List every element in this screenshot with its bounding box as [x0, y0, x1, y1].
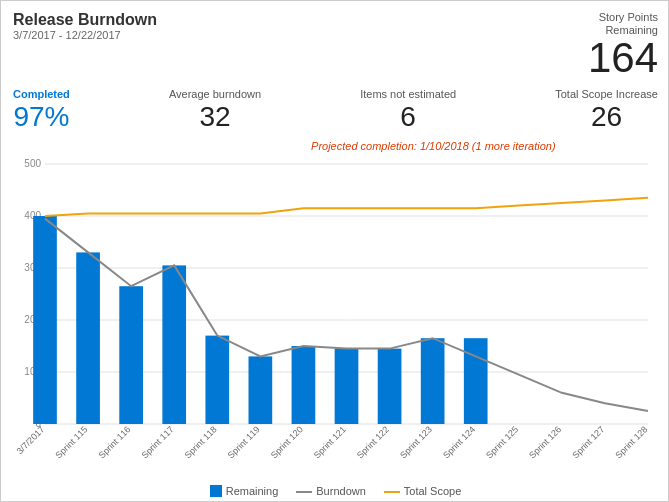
legend-burndown: Burndown [296, 485, 366, 497]
stat-total-scope: Total Scope Increase 26 [555, 87, 658, 132]
legend-burndown-label: Burndown [316, 485, 366, 497]
stats-row: Completed 97% Average burndown 32 Items … [13, 83, 658, 136]
burndown-chart [13, 154, 658, 479]
legend-remaining-label: Remaining [226, 485, 279, 497]
legend-total-scope-icon [384, 491, 400, 493]
top-header: Release Burndown 3/7/2017 - 12/22/2017 S… [13, 11, 658, 79]
dashboard-container: Release Burndown 3/7/2017 - 12/22/2017 S… [1, 1, 669, 502]
legend-burndown-icon [296, 491, 312, 493]
projected-label: Projected completion: 1/10/2018 (1 more … [311, 140, 556, 152]
stat-avg-burndown: Average burndown 32 [169, 87, 261, 132]
stat-completed: Completed 97% [13, 87, 70, 132]
legend-remaining-icon [210, 485, 222, 497]
completed-value: 97% [13, 102, 69, 133]
story-points-value: 164 [588, 37, 658, 79]
items-not-estimated-value: 6 [400, 102, 416, 133]
items-not-estimated-label: Items not estimated [360, 87, 456, 101]
total-scope-label: Total Scope Increase [555, 87, 658, 101]
avg-burndown-value: 32 [199, 102, 230, 133]
chart-date: 3/7/2017 - 12/22/2017 [13, 29, 157, 41]
legend-total-scope-label: Total Scope [404, 485, 461, 497]
title-section: Release Burndown 3/7/2017 - 12/22/2017 [13, 11, 157, 41]
chart-legend: Remaining Burndown Total Scope [13, 485, 658, 497]
stat-items-not-estimated: Items not estimated 6 [360, 87, 456, 132]
legend-remaining: Remaining [210, 485, 279, 497]
legend-total-scope: Total Scope [384, 485, 461, 497]
chart-title: Release Burndown [13, 11, 157, 29]
completed-label: Completed [13, 87, 70, 101]
avg-burndown-label: Average burndown [169, 87, 261, 101]
total-scope-value: 26 [591, 102, 622, 133]
story-points-section: Story Points Remaining 164 [588, 11, 658, 79]
chart-area: Projected completion: 1/10/2018 (1 more … [13, 140, 658, 481]
